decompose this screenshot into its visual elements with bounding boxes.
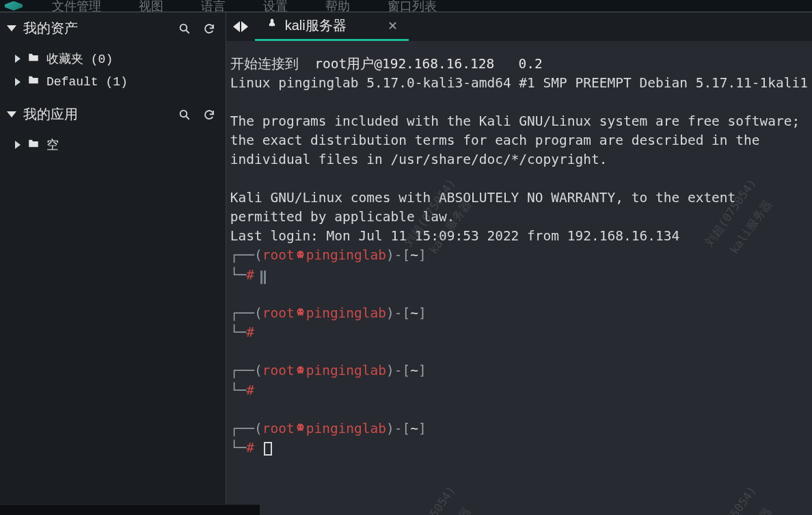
tree-item-empty[interactable]: 空 <box>12 133 226 156</box>
search-icon[interactable] <box>178 108 191 122</box>
menu-settings[interactable]: 设置 <box>263 0 288 14</box>
tab-kali[interactable]: kali服务器 ✕ <box>255 12 409 41</box>
section-title: 我的应用 <box>23 105 78 124</box>
menu-window-list[interactable]: 窗口列表 <box>388 0 437 14</box>
caret-down-icon <box>7 111 16 117</box>
terminal[interactable]: 开始连接到 root用户@192.168.16.128 0.2 Linux pi… <box>226 41 812 515</box>
tree-item-favorites[interactable]: 收藏夹 (0) <box>12 47 226 70</box>
watermark: kali服务器 <box>727 504 774 515</box>
status-bar <box>0 504 260 515</box>
app-logo <box>3 1 25 12</box>
watermark: kali服务器 <box>426 504 473 515</box>
refresh-icon[interactable] <box>202 22 216 36</box>
chevron-right-icon <box>15 141 21 149</box>
search-icon[interactable] <box>178 22 191 36</box>
menu-help[interactable]: 帮助 <box>325 0 350 14</box>
watermark: kali服务器 <box>727 197 774 256</box>
chevron-right-icon <box>15 78 21 86</box>
svg-point-0 <box>180 24 187 31</box>
folder-icon <box>27 74 40 89</box>
tree-item-label: 空 <box>46 137 59 153</box>
pane-resize-handle[interactable] <box>260 270 267 285</box>
watermark: 刘超(075054) <box>702 484 759 515</box>
svg-line-3 <box>186 116 189 120</box>
tree-item-default[interactable]: Default (1) <box>12 70 226 93</box>
section-title: 我的资产 <box>23 19 78 38</box>
tab-nav-prev-icon[interactable] <box>233 21 240 32</box>
caret-down-icon <box>7 25 16 31</box>
refresh-icon[interactable] <box>202 108 216 122</box>
watermark: 刘超(075054) <box>401 176 458 249</box>
content-pane: kali服务器 ✕ 开始连接到 root用户@192.168.16.128 0.… <box>226 12 812 515</box>
menu-lang[interactable]: 语言 <box>201 0 226 14</box>
sidebar-section-apps[interactable]: 我的应用 <box>0 98 226 130</box>
folder-icon <box>27 51 40 67</box>
terminal-cursor <box>264 442 272 456</box>
sidebar-section-assets[interactable]: 我的资产 <box>0 12 226 44</box>
close-icon[interactable]: ✕ <box>388 18 398 33</box>
tab-title: kali服务器 <box>285 16 347 35</box>
svg-point-2 <box>180 110 187 117</box>
tree-item-label: 收藏夹 (0) <box>46 51 113 67</box>
watermark: kali服务器 <box>426 197 473 256</box>
tab-strip: kali服务器 ✕ <box>226 12 812 41</box>
svg-line-1 <box>186 30 189 33</box>
menu-file[interactable]: 文件管理 <box>52 0 101 14</box>
watermark: 刘超(075054) <box>702 176 759 249</box>
folder-icon <box>27 137 40 153</box>
tux-icon <box>266 17 278 34</box>
watermark: 刘超(075054) <box>401 484 458 515</box>
top-menu-bar: 文件管理 视图 语言 设置 帮助 窗口列表 <box>0 0 812 12</box>
menu-view[interactable]: 视图 <box>139 0 163 14</box>
chevron-right-icon <box>15 55 21 63</box>
tree-item-label: Default (1) <box>46 75 128 89</box>
tab-nav-next-icon[interactable] <box>241 21 248 32</box>
sidebar: 我的资产 收藏夹 (0) <box>0 12 226 515</box>
